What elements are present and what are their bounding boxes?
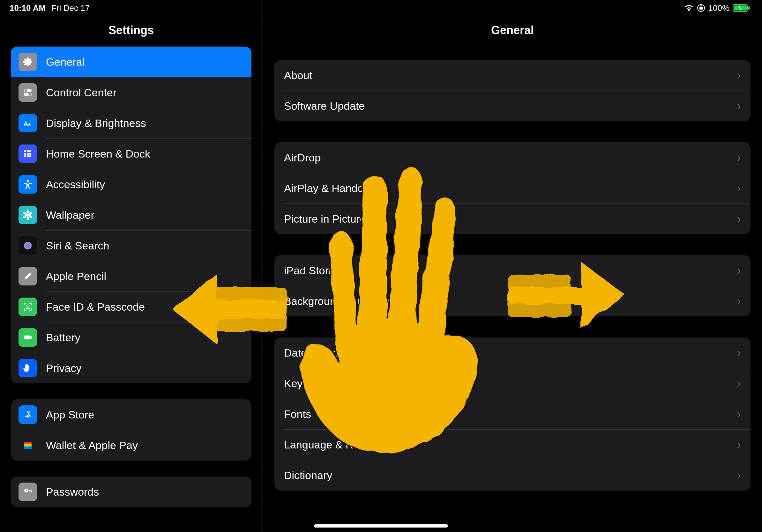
svg-text:A: A	[28, 122, 31, 127]
svg-rect-12	[29, 150, 31, 152]
sidebar-item-label: Face ID & Passcode	[46, 301, 145, 313]
svg-rect-16	[24, 155, 26, 157]
detail-item-language-region[interactable]: Language & Region›	[274, 429, 750, 460]
sidebar-item-app-store[interactable]: App Store	[11, 399, 252, 430]
sidebar-item-battery[interactable]: Battery	[11, 322, 252, 353]
svg-point-27	[24, 242, 32, 249]
battery-icon	[19, 328, 37, 347]
chevron-right-icon: ›	[737, 264, 741, 278]
detail-item-label: AirDrop	[284, 152, 321, 164]
sidebar-item-label: Home Screen & Dock	[46, 148, 150, 160]
svg-rect-40	[29, 491, 30, 492]
svg-point-19	[27, 180, 29, 182]
battery-charging-icon	[733, 4, 750, 12]
detail-item-airplay-handoff[interactable]: AirPlay & Handoff›	[274, 173, 750, 204]
sidebar-item-label: Battery	[46, 331, 80, 344]
detail-item-label: AirPlay & Handoff	[284, 182, 369, 195]
chevron-right-icon: ›	[737, 407, 741, 421]
battery-percent: 100%	[708, 3, 730, 13]
detail-item-about[interactable]: About›	[274, 60, 750, 91]
svg-point-28	[26, 305, 27, 306]
detail-item-keyboard[interactable]: Keyboard›	[274, 368, 750, 399]
chevron-right-icon: ›	[737, 181, 741, 195]
svg-rect-10	[24, 150, 26, 152]
chevron-right-icon: ›	[737, 438, 741, 452]
grid-icon	[19, 145, 37, 163]
svg-point-7	[29, 93, 31, 96]
sidebar-item-label: General	[46, 56, 85, 68]
detail-item-label: Fonts	[284, 408, 311, 420]
detail-item-dictionary[interactable]: Dictionary›	[274, 460, 750, 491]
svg-rect-31	[31, 337, 32, 338]
settings-sidebar: Settings GeneralControl CenterAADisplay …	[0, 0, 263, 532]
detail-item-picture-in-picture[interactable]: Picture in Picture›	[274, 204, 750, 234]
sidebar-item-label: Apple Pencil	[46, 270, 106, 283]
appstore-icon	[19, 405, 37, 424]
sidebar-item-apple-pencil[interactable]: Apple Pencil	[11, 261, 252, 292]
orientation-lock-icon	[697, 4, 705, 12]
wifi-icon	[684, 4, 694, 12]
sidebar-item-face-id-passcode[interactable]: Face ID & Passcode	[11, 292, 252, 322]
chevron-right-icon: ›	[737, 346, 741, 360]
sidebar-item-privacy[interactable]: Privacy	[11, 353, 252, 383]
detail-item-fonts[interactable]: Fonts›	[274, 399, 750, 429]
sidebar-item-home-screen-dock[interactable]: Home Screen & Dock	[11, 138, 252, 169]
chevron-right-icon: ›	[737, 469, 741, 482]
sidebar-item-label: Siri & Search	[46, 239, 109, 252]
wallet-icon	[19, 436, 37, 454]
svg-rect-3	[748, 6, 750, 10]
sidebar-item-label: Passwords	[46, 486, 99, 498]
text-size-icon: AA	[19, 114, 37, 132]
detail-item-label: Picture in Picture	[284, 213, 366, 225]
status-date: Fri Dec 17	[51, 3, 90, 13]
detail-item-airdrop[interactable]: AirDrop›	[274, 142, 750, 173]
siri-icon	[19, 236, 37, 255]
chevron-right-icon: ›	[737, 295, 741, 308]
detail-item-software-update[interactable]: Software Update›	[274, 91, 750, 121]
svg-rect-17	[27, 155, 29, 157]
sidebar-item-accessibility[interactable]: Accessibility	[11, 169, 252, 200]
chevron-right-icon: ›	[737, 69, 741, 82]
svg-point-24	[27, 216, 29, 220]
svg-rect-11	[27, 150, 29, 152]
detail-item-label: Background App Refresh	[284, 295, 405, 307]
sidebar-title: Settings	[0, 16, 262, 46]
sidebar-item-siri-search[interactable]: Siri & Search	[11, 230, 252, 261]
sidebar-item-general[interactable]: General	[11, 46, 252, 77]
detail-item-label: Language & Region	[284, 438, 380, 451]
status-time: 10:10 AM	[10, 3, 45, 13]
svg-point-21	[27, 210, 29, 214]
sidebar-item-label: App Store	[46, 409, 94, 421]
detail-item-label: About	[284, 69, 312, 82]
detail-item-label: Date & Time	[284, 347, 344, 359]
svg-rect-14	[27, 153, 29, 155]
detail-pane: General About›Software Update›AirDrop›Ai…	[263, 0, 762, 532]
svg-rect-13	[24, 153, 26, 155]
chevron-right-icon: ›	[737, 377, 741, 390]
accessibility-icon	[19, 175, 37, 194]
toggles-icon	[19, 83, 37, 102]
sidebar-item-passwords[interactable]: Passwords	[11, 477, 252, 507]
sidebar-item-display-brightness[interactable]: AADisplay & Brightness	[11, 108, 252, 138]
sidebar-item-wallpaper[interactable]: Wallpaper	[11, 200, 252, 230]
svg-rect-18	[29, 155, 31, 157]
svg-point-37	[26, 490, 27, 492]
svg-rect-39	[31, 491, 32, 493]
svg-rect-35	[24, 447, 32, 449]
sidebar-item-label: Control Center	[46, 87, 116, 99]
detail-item-ipad-storage[interactable]: iPad Storage›	[274, 255, 750, 286]
svg-point-20	[27, 214, 29, 216]
sidebar-item-label: Privacy	[46, 362, 81, 374]
detail-item-background-app-refresh[interactable]: Background App Refresh›	[274, 286, 750, 316]
sidebar-item-wallet-apple-pay[interactable]: Wallet & Apple Pay	[11, 430, 252, 461]
svg-point-29	[29, 305, 30, 306]
svg-rect-30	[24, 336, 31, 339]
svg-rect-15	[29, 153, 31, 155]
detail-item-date-time[interactable]: Date & Time›	[274, 337, 750, 368]
detail-title: General	[263, 16, 762, 45]
chevron-right-icon: ›	[737, 212, 741, 226]
sidebar-item-label: Display & Brightness	[46, 117, 146, 129]
hand-icon	[19, 359, 37, 377]
detail-item-label: iPad Storage	[284, 264, 347, 277]
sidebar-item-control-center[interactable]: Control Center	[11, 77, 252, 108]
